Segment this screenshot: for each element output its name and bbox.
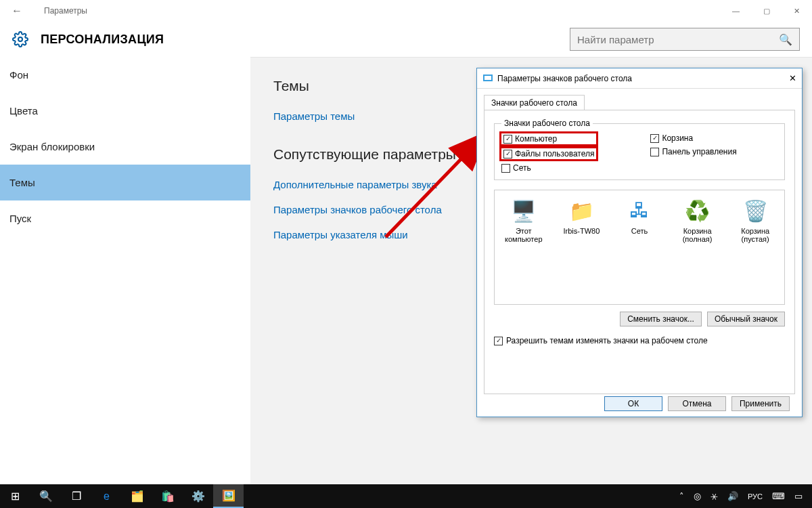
sidebar: Фон Цвета Экран блокировки Темы Пуск bbox=[0, 57, 250, 484]
tray-keyboard-icon[interactable]: ⌨ bbox=[772, 491, 785, 501]
window-titlebar: ← Параметры — ▢ ✕ bbox=[0, 0, 812, 22]
page-title: ПЕРСОНАЛИЗАЦИЯ bbox=[41, 33, 164, 47]
dialog-titlebar: Параметры значков рабочего стола ✕ bbox=[477, 68, 802, 89]
icon-recycle-full[interactable]: ♻️Корзина (полная) bbox=[675, 197, 720, 243]
default-icon-button[interactable]: Обычный значок bbox=[707, 312, 785, 326]
svg-point-0 bbox=[18, 37, 22, 41]
apply-button[interactable]: Применить bbox=[731, 396, 790, 411]
sidebar-item-start[interactable]: Пуск bbox=[0, 200, 250, 236]
icon-this-pc[interactable]: 🖥️Этот компьютер bbox=[501, 197, 546, 243]
taskview-button[interactable]: ❐ bbox=[61, 484, 91, 508]
checkbox-user-files[interactable]: Файлы пользователя bbox=[503, 149, 594, 158]
tab-desktop-icons[interactable]: Значки рабочего стола bbox=[484, 95, 585, 110]
dialog-title: Параметры значков рабочего стола bbox=[497, 74, 632, 83]
back-icon[interactable]: ← bbox=[7, 5, 27, 17]
sidebar-item-background[interactable]: Фон bbox=[0, 57, 250, 93]
ok-button[interactable]: ОК bbox=[604, 396, 662, 411]
dialog-tabpanel: Значки рабочего стола Компьютер Файлы по… bbox=[484, 110, 795, 394]
settings-taskbar-icon[interactable]: ⚙️ bbox=[183, 484, 213, 508]
tray-chevron-icon[interactable]: ˄ bbox=[679, 491, 684, 501]
cancel-button[interactable]: Отмена bbox=[668, 396, 726, 411]
icon-network[interactable]: 🖧Сеть bbox=[617, 197, 662, 235]
icon-recycle-empty[interactable]: 🗑️Корзина (пустая) bbox=[733, 197, 777, 243]
window-title: Параметры bbox=[44, 6, 87, 16]
store-icon[interactable]: 🛍️ bbox=[152, 484, 183, 508]
explorer-icon[interactable]: 🗂️ bbox=[122, 484, 152, 508]
tray-language-icon[interactable]: РУС bbox=[748, 492, 763, 501]
search-icon: 🔍 bbox=[779, 33, 792, 46]
tray-wifi-icon[interactable]: ⚹ bbox=[710, 491, 718, 502]
desktop-icons-dialog: Параметры значков рабочего стола ✕ Значк… bbox=[476, 68, 803, 417]
tray-location-icon[interactable]: ◎ bbox=[694, 491, 701, 501]
checkbox-allow-themes[interactable]: Разрешить темам изменять значки на рабоч… bbox=[494, 336, 785, 345]
sidebar-item-themes[interactable]: Темы bbox=[0, 165, 250, 200]
tray-volume-icon[interactable]: 🔊 bbox=[727, 491, 738, 501]
dialog-tabs: Значки рабочего стола bbox=[477, 89, 802, 110]
checkbox-network[interactable]: Сеть bbox=[501, 163, 596, 173]
minimize-button[interactable]: — bbox=[721, 0, 751, 22]
start-button[interactable]: ⊞ bbox=[0, 484, 30, 508]
checkbox-computer[interactable]: Компьютер bbox=[503, 134, 594, 144]
dialog-app-icon bbox=[482, 73, 493, 84]
tray-notifications-icon[interactable]: ▭ bbox=[794, 491, 803, 501]
change-icon-button[interactable]: Сменить значок... bbox=[620, 312, 702, 326]
settings-header: ПЕРСОНАЛИЗАЦИЯ 🔍 bbox=[0, 22, 812, 57]
sidebar-item-lockscreen[interactable]: Экран блокировки bbox=[0, 129, 250, 165]
sidebar-item-colors[interactable]: Цвета bbox=[0, 93, 250, 129]
desktop-icons-taskbar-icon[interactable]: 🖼️ bbox=[213, 484, 244, 508]
icon-preview-list: 🖥️Этот компьютер 📁Irbis-TW80 🖧Сеть ♻️Кор… bbox=[494, 190, 785, 305]
maximize-button[interactable]: ▢ bbox=[751, 0, 782, 22]
gear-icon bbox=[12, 31, 28, 47]
search-box[interactable]: 🔍 bbox=[570, 28, 800, 51]
svg-rect-3 bbox=[484, 76, 491, 80]
icon-user-folder[interactable]: 📁Irbis-TW80 bbox=[560, 197, 604, 235]
close-button[interactable]: ✕ bbox=[782, 0, 812, 22]
search-input[interactable] bbox=[577, 34, 779, 45]
system-tray: ˄ ◎ ⚹ 🔊 РУС ⌨ ▭ bbox=[679, 491, 812, 502]
dialog-close-icon[interactable]: ✕ bbox=[789, 73, 796, 83]
checkbox-control-panel[interactable]: Панель управления bbox=[650, 147, 736, 156]
group-desktop-icons: Значки рабочего стола Компьютер Файлы по… bbox=[494, 119, 785, 180]
checkbox-recycle-bin[interactable]: Корзина bbox=[650, 133, 736, 143]
taskbar: ⊞ 🔍 ❐ e 🗂️ 🛍️ ⚙️ 🖼️ ˄ ◎ ⚹ 🔊 РУС ⌨ ▭ bbox=[0, 484, 812, 508]
edge-icon[interactable]: e bbox=[91, 484, 122, 508]
group-legend: Значки рабочего стола bbox=[501, 119, 593, 128]
search-button[interactable]: 🔍 bbox=[30, 484, 61, 508]
